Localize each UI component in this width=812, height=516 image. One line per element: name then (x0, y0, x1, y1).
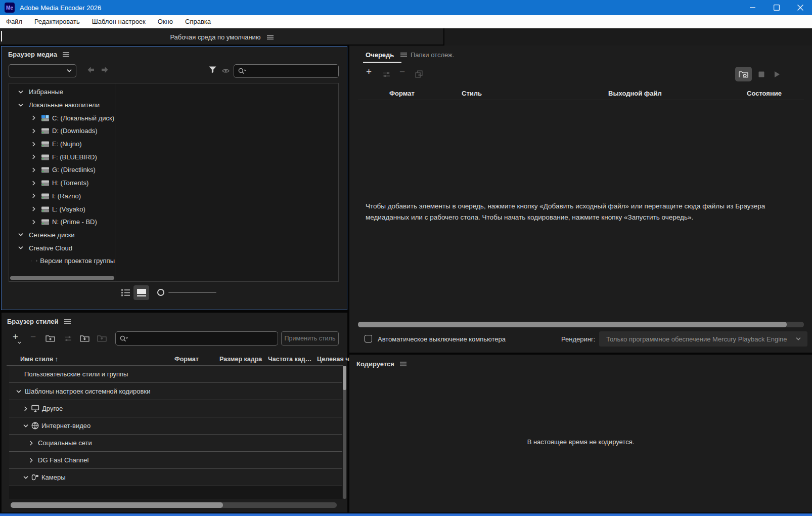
queue-column-status[interactable]: Состояние (747, 90, 782, 97)
preset-row-dg-fast-channel[interactable]: DG Fast Channel (9, 452, 342, 469)
add-output-icon[interactable] (383, 71, 390, 78)
tree-horizontal-scrollbar[interactable] (10, 276, 114, 280)
add-source-button[interactable]: + (366, 68, 372, 76)
remove-job-button[interactable]: − (399, 68, 405, 76)
chevron-down-icon[interactable] (18, 245, 24, 251)
maximize-button[interactable] (764, 0, 788, 15)
chevron-down-icon[interactable] (16, 389, 22, 395)
preset-search-input[interactable] (128, 335, 278, 342)
chevron-right-icon[interactable] (28, 261, 34, 262)
column-preset-name[interactable]: Имя стиля ↑ (20, 356, 58, 363)
chevron-right-icon[interactable] (31, 115, 37, 121)
tree-item-drive-h[interactable]: H: (Torrents) (9, 177, 115, 190)
panel-menu-icon[interactable] (400, 361, 407, 367)
menu-file[interactable]: Файл (0, 15, 28, 28)
column-frame-rate[interactable]: Частота кад… (268, 356, 311, 363)
close-button[interactable] (788, 0, 812, 15)
column-frame-size[interactable]: Размер кадра (219, 356, 262, 363)
chevron-right-icon[interactable] (31, 154, 37, 160)
tree-item-drive-d[interactable]: D: (Downloads) (9, 124, 115, 138)
chevron-down-icon[interactable] (18, 232, 24, 238)
tree-item-drive-g[interactable]: G: (Directlinks) (9, 163, 115, 177)
tree-item-creative-cloud[interactable]: Creative Cloud (9, 241, 115, 254)
chevron-down-icon[interactable] (23, 423, 29, 429)
tree-item-drive-i[interactable]: I: (Razno) (9, 190, 115, 203)
preset-row-system-presets[interactable]: Шаблоны настроек системной кодировки (9, 383, 342, 400)
preset-vertical-scrollbar[interactable] (343, 366, 346, 499)
tree-item-drive-c[interactable]: C: (Локальный диск) (9, 111, 115, 124)
tab-watch-folders[interactable]: Папки отслеж. (411, 51, 454, 59)
preset-row-cameras[interactable]: Камеры (9, 469, 342, 486)
start-queue-icon[interactable] (774, 71, 781, 78)
remove-preset-button[interactable]: − (30, 333, 36, 341)
list-view-icon[interactable] (121, 289, 130, 296)
new-preset-group-icon[interactable] (46, 334, 55, 342)
column-target-rate[interactable]: Целевая ча (317, 356, 352, 363)
search-icon[interactable] (120, 335, 128, 342)
chevron-right-icon[interactable] (23, 406, 29, 412)
menu-help[interactable]: Справка (179, 15, 217, 28)
preset-settings-icon[interactable] (64, 335, 72, 342)
auto-shutdown-checkbox[interactable] (365, 335, 372, 342)
tree-item-drive-l[interactable]: L: (Vsyako) (9, 202, 115, 216)
preset-row-social-networks[interactable]: Социальные сети (9, 435, 342, 452)
tree-item-favorites[interactable]: Избранные (9, 85, 115, 99)
tree-item-local-drives[interactable]: Локальные накопители (9, 99, 115, 112)
media-source-dropdown[interactable] (9, 64, 76, 77)
duplicate-icon[interactable] (415, 70, 423, 78)
chevron-right-icon[interactable] (31, 180, 37, 186)
renderer-dropdown[interactable]: Только программное обеспечение Mercury P… (599, 331, 807, 347)
panel-menu-icon[interactable] (64, 319, 71, 324)
menu-edit[interactable]: Редактировать (28, 15, 86, 28)
export-preset-icon[interactable] (97, 334, 107, 342)
chevron-right-icon[interactable] (31, 193, 37, 199)
import-preset-icon[interactable] (80, 334, 89, 342)
add-preset-button[interactable]: + (13, 333, 18, 341)
queue-column-output-file[interactable]: Выходной файл (608, 90, 662, 97)
auto-encode-watch-folders-button[interactable] (735, 67, 752, 81)
workspace-menu-icon[interactable] (267, 34, 274, 40)
chevron-right-icon[interactable] (28, 440, 34, 446)
workspace-tab[interactable]: Рабочая среда по умолчанию (0, 28, 443, 46)
chevron-down-icon[interactable] (18, 89, 24, 95)
thumbnail-view-button[interactable] (133, 285, 149, 300)
tree-item-drive-n[interactable]: N: (Prime - BD) (9, 216, 115, 229)
tree-item-team-projects[interactable]: Версии проектов группы (9, 254, 115, 268)
column-format[interactable]: Формат (174, 356, 199, 363)
chevron-right-icon[interactable] (31, 141, 37, 147)
chevron-right-icon[interactable] (31, 128, 37, 134)
filter-icon[interactable] (209, 66, 216, 73)
chevron-right-icon[interactable] (31, 219, 37, 225)
tree-content-divider[interactable] (115, 83, 115, 281)
tree-item-drive-e[interactable]: E: (Nujno) (9, 138, 115, 151)
forward-arrow-icon[interactable] (101, 66, 109, 73)
chevron-right-icon[interactable] (31, 167, 37, 173)
queue-column-format[interactable]: Формат (389, 90, 415, 97)
chevron-down-icon[interactable] (18, 102, 24, 108)
chevron-right-icon[interactable] (31, 206, 37, 212)
queue-column-preset[interactable]: Стиль (462, 90, 482, 97)
thumbnail-size-slider-knob[interactable] (157, 289, 164, 296)
minimize-button[interactable] (741, 0, 764, 15)
thumbnail-size-slider-track[interactable] (168, 292, 216, 293)
preset-row-user-presets[interactable]: Пользовательские стили и группы (9, 366, 342, 383)
stop-queue-icon[interactable] (758, 71, 765, 78)
tab-queue[interactable]: Очередь (366, 51, 394, 59)
media-search-input[interactable] (246, 68, 338, 75)
tree-item-drive-f[interactable]: F: (BLUEBIRD) (9, 150, 115, 163)
panel-menu-icon[interactable] (63, 52, 69, 57)
chevron-right-icon[interactable] (28, 457, 34, 463)
preset-horizontal-scrollbar[interactable] (11, 502, 337, 508)
panel-menu-icon[interactable] (400, 52, 407, 58)
queue-horizontal-scrollbar[interactable] (358, 322, 804, 327)
menu-preset[interactable]: Шаблон настроек (86, 15, 152, 28)
preset-row-internet-video[interactable]: Интернет-видео (9, 417, 342, 435)
search-icon[interactable] (238, 68, 246, 74)
preset-row-other[interactable]: Другое (9, 400, 342, 417)
back-arrow-icon[interactable] (87, 66, 95, 73)
menu-window[interactable]: Окно (152, 15, 179, 28)
tree-item-network-drives[interactable]: Сетевые диски (9, 229, 115, 242)
apply-preset-button[interactable]: Применить стиль (281, 331, 339, 346)
chevron-down-icon[interactable] (23, 475, 29, 481)
eye-icon[interactable] (222, 67, 230, 74)
